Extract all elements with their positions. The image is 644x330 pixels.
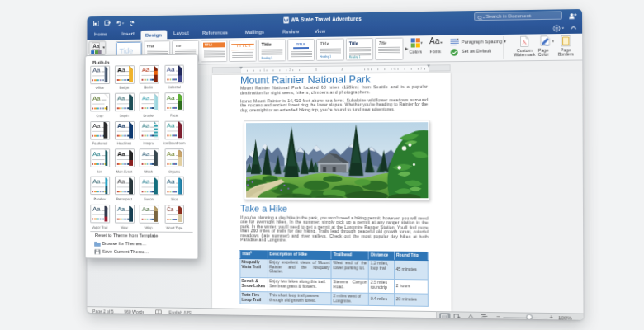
svg-text:W: W (284, 18, 289, 23)
